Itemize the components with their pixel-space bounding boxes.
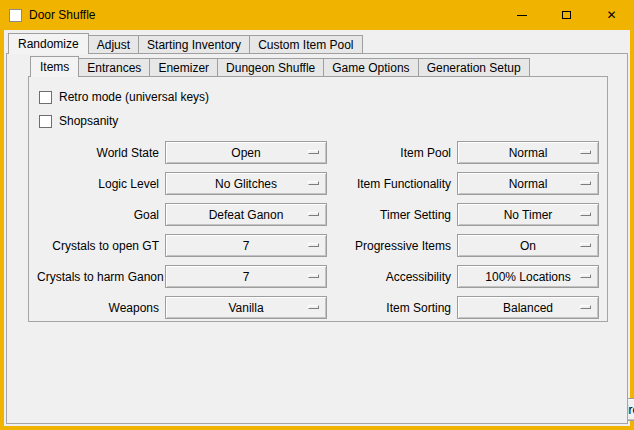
logic-level-label: Logic Level — [37, 177, 159, 191]
dropdown-indicator-icon — [308, 243, 319, 247]
shopsanity-checkbox[interactable] — [39, 115, 52, 128]
crystals-harm-ganon-label: Crystals to harm Ganon — [37, 270, 159, 284]
minimize-button[interactable] — [499, 0, 544, 30]
options-grid: World State Open Item Pool Normal Logic … — [37, 141, 599, 319]
item-functionality-label: Item Functionality — [333, 177, 451, 191]
weapons-dropdown[interactable]: Vanilla — [165, 296, 327, 319]
world-state-label: World State — [37, 146, 159, 160]
shopsanity-label: Shopsanity — [59, 114, 118, 128]
dropdown-indicator-icon — [580, 212, 591, 216]
dropdown-indicator-icon — [580, 150, 591, 154]
dropdown-indicator-icon — [580, 305, 591, 309]
item-pool-dropdown[interactable]: Normal — [457, 141, 599, 164]
shopsanity-row: Shopsanity — [39, 113, 599, 129]
maximize-button[interactable] — [544, 0, 589, 30]
tab-game-options[interactable]: Game Options — [323, 58, 418, 77]
tab-generation-setup[interactable]: Generation Setup — [418, 58, 530, 77]
items-tab-pane: Retro mode (universal keys) Shopsanity W… — [28, 76, 608, 322]
progressive-items-label: Progressive Items — [333, 239, 451, 253]
tab-starting-inventory[interactable]: Starting Inventory — [138, 35, 250, 54]
minimize-icon — [517, 15, 527, 16]
retro-mode-checkbox[interactable] — [39, 91, 52, 104]
timer-setting-dropdown[interactable]: No Timer — [457, 203, 599, 226]
tab-dungeon-shuffle[interactable]: Dungeon Shuffle — [217, 58, 324, 77]
goal-dropdown[interactable]: Defeat Ganon — [165, 203, 327, 226]
item-pool-label: Item Pool — [333, 146, 451, 160]
window-title: Door Shuffle — [29, 8, 96, 22]
accessibility-label: Accessibility — [333, 270, 451, 284]
goal-label: Goal — [37, 208, 159, 222]
world-state-dropdown[interactable]: Open — [165, 141, 327, 164]
app-window: Door Shuffle ✕ Randomize Adjust Starting… — [0, 0, 634, 430]
maximize-icon — [562, 11, 571, 19]
dropdown-indicator-icon — [308, 305, 319, 309]
tab-entrances[interactable]: Entrances — [78, 58, 150, 77]
tab-randomize[interactable]: Randomize — [8, 33, 89, 54]
weapons-label: Weapons — [37, 301, 159, 315]
app-icon — [9, 9, 22, 22]
tab-items[interactable]: Items — [30, 56, 79, 77]
tab-adjust[interactable]: Adjust — [88, 35, 139, 54]
item-functionality-dropdown[interactable]: Normal — [457, 172, 599, 195]
dropdown-indicator-icon — [580, 274, 591, 278]
window-content: Randomize Adjust Starting Inventory Cust… — [4, 30, 630, 426]
close-button[interactable]: ✕ — [589, 0, 634, 30]
crystals-open-gt-label: Crystals to open GT — [37, 239, 159, 253]
close-icon: ✕ — [606, 9, 616, 21]
dropdown-indicator-icon — [308, 212, 319, 216]
tab-enemizer[interactable]: Enemizer — [149, 58, 218, 77]
crystals-harm-ganon-dropdown[interactable]: 7 — [165, 265, 327, 288]
item-sorting-label: Item Sorting — [333, 301, 451, 315]
item-sorting-dropdown[interactable]: Balanced — [457, 296, 599, 319]
dropdown-indicator-icon — [308, 181, 319, 185]
dropdown-indicator-icon — [580, 243, 591, 247]
sub-tab-bar: Items Entrances Enemizer Dungeon Shuffle… — [30, 56, 529, 77]
crystals-open-gt-dropdown[interactable]: 7 — [165, 234, 327, 257]
main-tab-bar: Randomize Adjust Starting Inventory Cust… — [8, 33, 362, 54]
dropdown-indicator-icon — [308, 150, 319, 154]
caption-buttons: ✕ — [499, 0, 634, 30]
accessibility-dropdown[interactable]: 100% Locations — [457, 265, 599, 288]
timer-setting-label: Timer Setting — [333, 208, 451, 222]
logic-level-dropdown[interactable]: No Glitches — [165, 172, 327, 195]
progressive-items-dropdown[interactable]: On — [457, 234, 599, 257]
dropdown-indicator-icon — [580, 181, 591, 185]
retro-mode-label: Retro mode (universal keys) — [59, 90, 209, 104]
tab-custom-item-pool[interactable]: Custom Item Pool — [249, 35, 362, 54]
retro-mode-row: Retro mode (universal keys) — [39, 89, 599, 105]
dropdown-indicator-icon — [308, 274, 319, 278]
titlebar: Door Shuffle ✕ — [0, 0, 634, 30]
